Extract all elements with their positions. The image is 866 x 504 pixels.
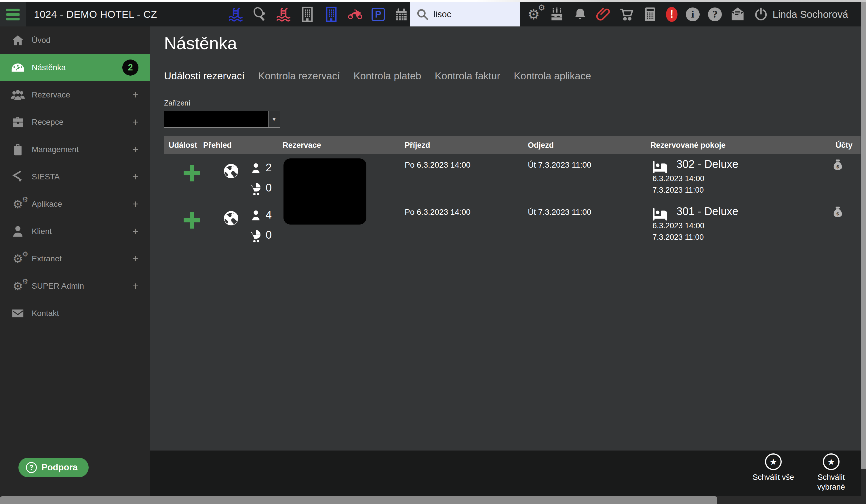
- sidebar-item-label: Klient: [32, 227, 132, 236]
- sidebar-item-uvod[interactable]: Úvod: [0, 26, 150, 54]
- sidebar-item-aplikace[interactable]: ⚙⚙ Aplikace +: [0, 190, 150, 218]
- star-circle-icon: ★: [765, 454, 782, 470]
- swimming-pool-blue-icon[interactable]: [228, 6, 243, 23]
- menu-toggle-icon[interactable]: [0, 2, 26, 26]
- sidebar-item-kontakt[interactable]: Kontakt: [0, 300, 150, 327]
- gears-icon: ⚙⚙: [10, 280, 25, 292]
- search-icon: [416, 8, 429, 21]
- search-box[interactable]: [410, 2, 520, 26]
- star-circle-icon: ★: [823, 454, 840, 470]
- expand-plus-icon[interactable]: +: [132, 144, 138, 156]
- sidebar-item-label: Extranet: [32, 254, 132, 263]
- header-rezervace: Rezervace: [282, 140, 321, 149]
- adults-count: 4: [266, 209, 272, 221]
- question-circle-icon: ?: [26, 462, 37, 473]
- support-button[interactable]: ? Podpora: [19, 458, 89, 477]
- money-bag-icon[interactable]: $: [832, 206, 844, 221]
- room-to-datetime: 7.3.2023 11:00: [653, 233, 704, 242]
- horizontal-scrollbar-thumb[interactable]: [0, 496, 717, 504]
- sidebar-item-label: Aplikace: [32, 199, 132, 209]
- vertical-scrollbar-thumb[interactable]: [861, 2, 866, 469]
- quick-links: P: [228, 2, 409, 26]
- tab-udalosti-rezervaci[interactable]: Události rezervací: [164, 70, 245, 82]
- sidebar-item-siesta[interactable]: SIESTA +: [0, 163, 150, 190]
- swimming-pool-red-icon[interactable]: [276, 6, 291, 23]
- messages-icon[interactable]: [730, 6, 745, 23]
- sidebar-item-super-admin[interactable]: ⚙⚙ SUPER Admin +: [0, 272, 150, 300]
- horizontal-scrollbar[interactable]: [0, 496, 866, 504]
- sidebar-item-label: Management: [32, 145, 132, 154]
- sidebar-item-klient[interactable]: Klient +: [0, 218, 150, 245]
- calendar-icon[interactable]: [394, 6, 409, 23]
- tab-kontrola-plateb[interactable]: Kontrola plateb: [353, 70, 421, 82]
- money-bag-icon[interactable]: $: [832, 159, 844, 174]
- globe-icon: [223, 163, 239, 179]
- header-udalost: Událost: [169, 140, 197, 149]
- suitcase-icon: [10, 143, 25, 156]
- sidebar-item-recepce[interactable]: Recepce +: [0, 108, 150, 136]
- header-prijezd: Příjezd: [405, 140, 430, 149]
- vertical-scrollbar[interactable]: [861, 2, 866, 504]
- sidebar-item-label: SIESTA: [32, 172, 132, 181]
- building-blue-icon[interactable]: [324, 6, 339, 23]
- approve-all-button[interactable]: ★ Schválit vše: [742, 454, 805, 482]
- expand-plus-icon[interactable]: +: [132, 226, 138, 238]
- settings-icon[interactable]: ⚙⚙: [526, 6, 541, 23]
- approve-selected-label-line2: vybrané: [817, 483, 845, 491]
- sidebar-item-nastenka[interactable]: Nástěnka 2: [0, 54, 150, 81]
- sidebar-item-rezervace[interactable]: Rezervace +: [0, 81, 150, 108]
- facility-select-value-redacted: [164, 111, 268, 128]
- info-icon[interactable]: i: [686, 8, 700, 21]
- birthday-icon[interactable]: [549, 6, 564, 23]
- approve-selected-button[interactable]: ★ Schválit vybrané: [800, 454, 863, 492]
- room-name[interactable]: 301 - Deluxe: [676, 205, 738, 218]
- sidebar: Úvod Nástěnka 2 Rezer: [0, 26, 150, 496]
- expand-plus-icon[interactable]: +: [132, 198, 138, 210]
- top-bar: 1024 - DEMO HOTEL - CZ: [0, 2, 866, 26]
- parking-icon[interactable]: P: [371, 8, 385, 21]
- tab-kontrola-aplikace[interactable]: Kontrola aplikace: [514, 70, 591, 82]
- logout-icon[interactable]: [754, 6, 768, 23]
- facility-select[interactable]: ▼: [164, 111, 280, 128]
- sidebar-item-management[interactable]: Management +: [0, 136, 150, 163]
- search-input[interactable]: [433, 9, 514, 20]
- briefcase-icon: [10, 116, 25, 128]
- user-name[interactable]: Linda Sochorová: [773, 2, 848, 26]
- user-icon: [10, 225, 25, 238]
- header-ucty: Účty: [835, 140, 853, 149]
- add-event-button[interactable]: [184, 162, 200, 185]
- building-gray-icon[interactable]: [300, 6, 315, 23]
- notifications-icon[interactable]: [573, 6, 588, 23]
- sidebar-item-label: SUPER Admin: [32, 282, 132, 291]
- expand-plus-icon[interactable]: +: [132, 280, 138, 292]
- approve-all-label: Schválit vše: [753, 472, 794, 482]
- help-icon[interactable]: ?: [708, 8, 722, 21]
- sidebar-item-extranet[interactable]: ⚙⚙ Extranet +: [0, 245, 150, 272]
- arrival-datetime: Po 6.3.2023 14:00: [405, 160, 470, 170]
- tab-kontrola-faktur[interactable]: Kontrola faktur: [435, 70, 500, 82]
- stroller-icon: [249, 229, 262, 243]
- adults-icon: [251, 209, 261, 222]
- tab-kontrola-rezervaci[interactable]: Kontrola rezervací: [258, 70, 340, 82]
- motorcycle-icon[interactable]: [348, 6, 363, 23]
- share-icon: [10, 171, 25, 183]
- attachments-icon[interactable]: [596, 6, 611, 23]
- tennis-icon[interactable]: [252, 6, 267, 23]
- expand-plus-icon[interactable]: +: [132, 253, 138, 265]
- cart-icon[interactable]: [619, 6, 634, 23]
- expand-plus-icon[interactable]: +: [132, 171, 138, 183]
- alerts-icon[interactable]: !: [666, 7, 677, 22]
- bed-icon: [651, 160, 669, 174]
- expand-plus-icon[interactable]: +: [132, 116, 138, 128]
- expand-plus-icon[interactable]: +: [132, 89, 138, 101]
- main-content: Nástěnka Události rezervací Kontrola rez…: [150, 26, 861, 450]
- chevron-down-icon[interactable]: ▼: [268, 111, 280, 128]
- room-name[interactable]: 302 - Deluxe: [676, 158, 738, 171]
- bottom-action-bar: ★ Schválit vše ★ Schválit vybrané: [150, 450, 861, 496]
- add-event-button[interactable]: [184, 209, 200, 232]
- facility-filter-label: Zařízení: [164, 99, 190, 107]
- header-odjezd: Odjezd: [528, 140, 554, 149]
- calculator-icon[interactable]: [643, 6, 658, 23]
- adults-count: 2: [266, 162, 272, 174]
- departure-datetime: Út 7.3.2023 11:00: [528, 208, 591, 217]
